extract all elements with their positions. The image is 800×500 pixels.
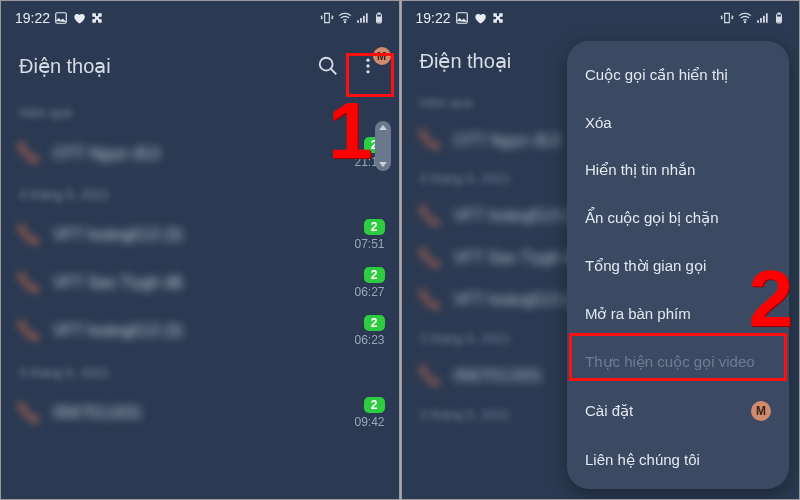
contact-name: VFT Sao Tìygh đã	[454, 249, 583, 267]
incoming-call-icon	[15, 400, 41, 426]
screen-1: 19:22 Điện thoại M	[0, 0, 400, 500]
contact-name: OTT Ngọn đ13	[454, 131, 561, 150]
contact-name: VFT hoàng513 (3)	[454, 291, 584, 309]
incoming-call-icon	[416, 127, 442, 153]
contact-name: VFT hoàng513 (3)	[53, 226, 183, 244]
page-title: Điện thoại	[420, 49, 512, 73]
signal-icon	[356, 11, 370, 25]
svg-point-1	[344, 22, 345, 23]
search-icon	[317, 55, 339, 77]
vibrate-icon	[720, 11, 734, 25]
call-time: 09:42	[354, 415, 384, 429]
battery-icon	[373, 11, 385, 25]
image-icon	[54, 11, 68, 25]
heart-icon	[473, 11, 487, 25]
status-time: 19:22	[416, 10, 451, 26]
step-1-label: 1	[328, 91, 373, 171]
contact-name: VFT hoàng513 (3)	[53, 322, 183, 340]
incoming-call-icon	[416, 363, 442, 389]
menu-item-settings[interactable]: Cài đặt M	[567, 386, 789, 436]
sim-badge: 2	[364, 219, 385, 235]
wifi-icon	[337, 11, 353, 25]
call-time: 06:27	[354, 285, 384, 299]
screen-2: 19:22 Điện thoại Hôm qua OTT Ngọn đ13	[401, 0, 801, 500]
incoming-call-icon	[15, 140, 41, 166]
search-button[interactable]	[311, 49, 345, 83]
heart-icon	[72, 11, 86, 25]
signal-icon	[756, 11, 770, 25]
contact-name: VFT hoàng513 (3)	[454, 207, 584, 225]
image-icon	[455, 11, 469, 25]
menu-item-show-messages[interactable]: Hiển thị tin nhắn	[567, 146, 789, 194]
section-label: 3 tháng 5, 2021	[1, 355, 399, 389]
incoming-call-icon	[416, 287, 442, 313]
svg-point-10	[744, 22, 745, 23]
contact-name: 0567011931	[454, 367, 543, 385]
puzzle-icon	[90, 11, 104, 25]
incoming-call-icon	[15, 270, 41, 296]
page-title: Điện thoại	[19, 54, 111, 78]
menu-item-show-calls[interactable]: Cuộc gọi cần hiển thị	[567, 51, 789, 99]
status-time: 19:22	[15, 10, 50, 26]
sim-badge: 2	[364, 267, 385, 283]
svg-rect-3	[378, 13, 380, 14]
puzzle-icon	[491, 11, 505, 25]
step-2-label: 2	[749, 259, 794, 339]
vibrate-icon	[320, 11, 334, 25]
contact-name: OTT Ngọn đ13	[53, 144, 160, 163]
svg-rect-4	[377, 17, 380, 22]
call-time: 06:23	[354, 333, 384, 347]
svg-point-5	[319, 58, 332, 71]
battery-icon	[773, 11, 785, 25]
incoming-call-icon	[416, 203, 442, 229]
call-log-row[interactable]: VFT Sao Tìygh đã 206:27	[1, 259, 399, 307]
call-log-row[interactable]: VFT hoàng513 (3) 207:51	[1, 211, 399, 259]
sim-badge: 2	[364, 315, 385, 331]
contact-name: 0567011931	[53, 404, 142, 422]
incoming-call-icon	[416, 245, 442, 271]
section-label: 4 tháng 5, 2021	[1, 177, 399, 211]
menu-item-hide-blocked[interactable]: Ẩn cuộc gọi bị chặn	[567, 194, 789, 242]
call-log-row[interactable]: 0567011931 209:42	[1, 389, 399, 437]
menu-item-contact-us[interactable]: Liên hệ chúng tôi	[567, 436, 789, 484]
menu-item-delete[interactable]: Xóa	[567, 99, 789, 146]
call-log-row[interactable]: VFT hoàng513 (3) 206:23	[1, 307, 399, 355]
incoming-call-icon	[15, 318, 41, 344]
svg-rect-12	[778, 13, 780, 14]
status-bar: 19:22	[402, 1, 800, 31]
sim-badge: 2	[364, 397, 385, 413]
status-bar: 19:22	[1, 1, 399, 31]
contact-name: VFT Sao Tìygh đã	[53, 274, 182, 292]
call-time: 07:51	[354, 237, 384, 251]
avatar: M	[751, 401, 771, 421]
wifi-icon	[737, 11, 753, 25]
svg-rect-13	[778, 17, 781, 22]
incoming-call-icon	[15, 222, 41, 248]
